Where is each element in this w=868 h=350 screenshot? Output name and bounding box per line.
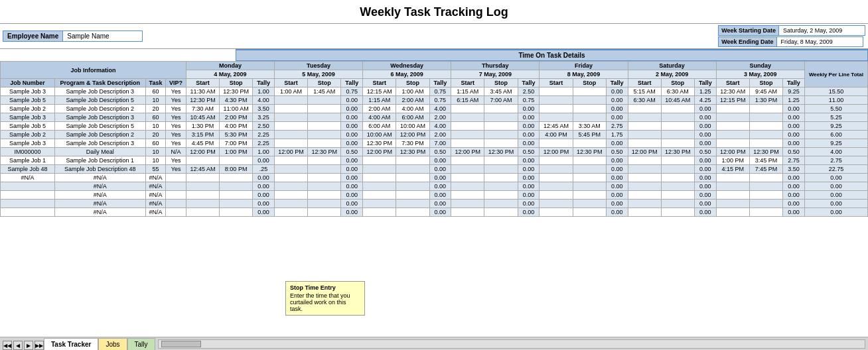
cell[interactable]: 0.75 [429,96,451,105]
cell[interactable]: 0.00 [518,113,540,122]
cell[interactable]: 12:00 PM [186,148,219,156]
cell[interactable] [749,113,782,122]
cell[interactable]: Yes [166,96,186,105]
cell[interactable]: Yes [166,139,186,148]
table-row[interactable]: Sample Job 2Sample Job Description 220Ye… [1,131,868,139]
cell[interactable] [274,105,307,113]
cell[interactable]: 11.00 [804,96,867,105]
cell[interactable] [484,208,518,217]
cell[interactable]: #N/A [54,208,145,217]
cell[interactable] [716,191,749,200]
cell[interactable] [716,131,749,139]
cell[interactable]: 12:30 PM [220,88,253,96]
cell[interactable]: Sample Job Description 3 [54,88,145,96]
cell[interactable]: 0.00 [341,208,363,217]
cell[interactable] [540,200,573,208]
cell[interactable]: 4.00 [429,122,451,131]
cell[interactable]: 12:00 PM [716,148,749,156]
cell[interactable] [274,122,307,131]
cell[interactable]: 0.00 [804,191,867,200]
cell[interactable]: Sample Job 2 [1,105,55,113]
cell[interactable]: 12:15 PM [716,96,749,105]
cell[interactable] [661,113,694,122]
cell[interactable]: 12:00 PM [628,148,661,156]
cell[interactable]: 1:30 PM [186,122,219,131]
cell[interactable]: 12:30 PM [484,148,518,156]
cell[interactable]: 1.25 [783,96,805,105]
cell[interactable] [573,191,606,200]
cell[interactable]: 1.75 [606,131,628,139]
cell[interactable]: 2.75 [606,122,628,131]
cell[interactable] [716,122,749,131]
cell[interactable] [749,105,782,113]
cell[interactable]: 0.50 [341,148,363,156]
cell[interactable]: 0.50 [429,148,451,156]
cell[interactable] [628,156,661,165]
cell[interactable]: 12:30 PM [363,139,396,148]
cell[interactable] [749,131,782,139]
cell[interactable]: 0.00 [518,105,540,113]
cell[interactable] [661,131,694,139]
cell[interactable]: 0.00 [694,165,716,174]
cell[interactable]: 5:30 PM [220,131,253,139]
cell[interactable] [540,105,573,113]
cell[interactable]: 15.50 [804,88,867,96]
cell[interactable] [1,182,55,191]
cell[interactable]: 0.00 [429,174,451,182]
cell[interactable]: 0.00 [804,200,867,208]
cell[interactable]: 10 [145,96,166,105]
cell[interactable]: Yes [166,122,186,131]
cell[interactable]: Sample Job Description 3 [54,113,145,122]
cell[interactable]: 4:45 PM [186,139,219,148]
cell[interactable] [484,113,518,122]
cell[interactable]: 7:45 PM [749,165,782,174]
cell[interactable]: 6:00 AM [363,122,396,131]
cell[interactable]: 2.00 [429,131,451,139]
cell[interactable]: 12:15 AM [363,88,396,96]
cell[interactable] [451,200,484,208]
table-row[interactable]: #N/A#N/A0.000.000.000.000.000.000.000.00 [1,182,868,191]
table-row[interactable]: Sample Job 3Sample Job Description 360Ye… [1,88,868,96]
cell[interactable] [661,200,694,208]
cell[interactable] [628,131,661,139]
cell[interactable] [540,165,573,174]
cell[interactable] [716,113,749,122]
cell[interactable]: Sample Job 2 [1,131,55,139]
cell[interactable]: 1:45 AM [308,88,341,96]
cell[interactable] [1,208,55,217]
cell[interactable]: 0.00 [518,191,540,200]
cell[interactable] [573,165,606,174]
cell[interactable]: 0.00 [341,122,363,131]
cell[interactable] [186,191,219,200]
cell[interactable]: 3:15 PM [186,131,219,139]
cell[interactable] [451,156,484,165]
cell[interactable]: 10:00 AM [363,131,396,139]
cell[interactable]: 4.00 [429,105,451,113]
cell[interactable] [661,139,694,148]
cell[interactable]: 1:15 AM [363,96,396,105]
cell[interactable]: 3.50 [253,105,275,113]
cell[interactable]: 0.50 [694,148,716,156]
cell[interactable] [220,208,253,217]
nav-prev[interactable]: ◀ [13,341,23,350]
cell[interactable]: 12:45 AM [186,165,219,174]
cell[interactable]: 10:45 AM [186,113,219,122]
table-row[interactable]: Sample Job 1Sample Job Description 110Ye… [1,156,868,165]
cell[interactable] [308,156,341,165]
cell[interactable]: #N/A [1,174,55,182]
cell[interactable]: 0.00 [518,200,540,208]
cell[interactable]: 4.25 [694,96,716,105]
cell[interactable]: 60 [145,113,166,122]
nav-first[interactable]: ◀◀ [3,341,12,350]
cell[interactable] [451,174,484,182]
cell[interactable] [186,182,219,191]
cell[interactable]: 0.00 [694,208,716,217]
cell[interactable]: 7.00 [429,139,451,148]
cell[interactable]: 0.00 [783,200,805,208]
cell[interactable] [274,139,307,148]
cell[interactable]: 5:45 PM [573,131,606,139]
cell[interactable] [274,165,307,174]
cell[interactable] [274,131,307,139]
cell[interactable] [186,174,219,182]
cell[interactable]: Yes [166,105,186,113]
